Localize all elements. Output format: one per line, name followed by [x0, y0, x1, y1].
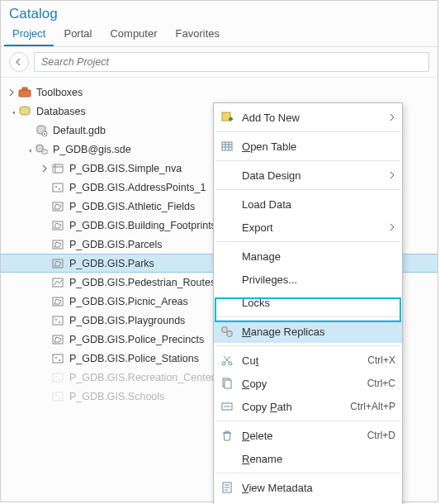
- separator: [215, 473, 400, 473]
- shortcut: Ctrl+X: [367, 354, 395, 366]
- ctx-label: Add To New: [242, 112, 382, 124]
- copy-icon: [219, 375, 235, 392]
- scissors-icon: [219, 352, 235, 368]
- svg-point-7: [43, 150, 44, 151]
- ctx-label: Export: [242, 221, 382, 234]
- caret-down-icon[interactable]: [6, 106, 17, 117]
- add-map-icon: [219, 109, 235, 126]
- back-button[interactable]: [9, 52, 29, 72]
- tree-label: P_GDB.GIS.Police_Precincts: [69, 334, 204, 345]
- ctx-copy-path[interactable]: Copy Path Ctrl+Alt+P: [214, 395, 402, 418]
- point-feature-icon: [50, 180, 65, 195]
- caret-right-icon[interactable]: [39, 163, 50, 174]
- tab-strip: Project Portal Computer Favorites: [1, 24, 438, 47]
- separator: [215, 131, 400, 132]
- svg-rect-9: [53, 183, 63, 192]
- ctx-label: Privileges...: [242, 273, 395, 286]
- ctx-manage-replicas[interactable]: Manage Replicas: [214, 320, 402, 343]
- ctx-edit-metadata[interactable]: Edit Metadata: [214, 499, 402, 504]
- shortcut: Ctrl+Alt+P: [350, 401, 395, 412]
- tree-label: Databases: [36, 106, 86, 117]
- ctx-manage[interactable]: Manage: [214, 245, 402, 268]
- ctx-privileges[interactable]: Privileges...: [214, 268, 402, 291]
- database-folder-icon: [17, 104, 32, 119]
- svg-point-23: [55, 357, 57, 359]
- ctx-load-data[interactable]: Load Data: [214, 193, 402, 216]
- caret-right-icon[interactable]: [6, 87, 17, 98]
- feature-dataset-icon: [50, 161, 65, 176]
- ctx-label: Rename: [242, 453, 395, 465]
- sde-connection-icon: [34, 142, 49, 157]
- ctx-label: Locks: [242, 297, 395, 309]
- tab-computer[interactable]: Computer: [102, 22, 165, 46]
- ctx-label: Data Design: [242, 169, 382, 182]
- separator: [215, 421, 400, 421]
- point-feature-icon: [50, 389, 65, 404]
- svg-point-19: [55, 319, 57, 321]
- svg-point-11: [59, 188, 60, 190]
- svg-point-29: [55, 395, 57, 397]
- ctx-export[interactable]: Export: [214, 216, 402, 239]
- ctx-label: Cut: [242, 354, 361, 367]
- svg-rect-22: [53, 354, 63, 363]
- point-feature-icon: [50, 370, 65, 385]
- tree-item-toolboxes[interactable]: Toolboxes: [1, 83, 438, 102]
- tree-label: Toolboxes: [36, 87, 83, 98]
- geodatabase-icon: [34, 123, 49, 138]
- tab-portal[interactable]: Portal: [55, 22, 100, 46]
- tab-favorites[interactable]: Favorites: [168, 22, 228, 46]
- svg-rect-6: [42, 150, 47, 154]
- caret-down-icon[interactable]: [22, 144, 34, 155]
- shortcut: Ctrl+D: [367, 430, 395, 441]
- toolbar: [1, 47, 438, 78]
- separator: [215, 241, 400, 242]
- tree-label: P_GDB.GIS.AddressPoints_1: [69, 182, 206, 193]
- chevron-right-icon: [389, 169, 395, 182]
- tree-label: P_GDB.GIS.Playgrounds: [69, 315, 185, 326]
- tree-label: P_GDB@gis.sde: [53, 144, 131, 155]
- panel-title: Catalog: [1, 1, 438, 24]
- tree-label: P_GDB.GIS.Pedestrian_Routes: [69, 277, 215, 288]
- ctx-label: Delete: [242, 430, 361, 442]
- separator: [215, 189, 400, 190]
- ctx-locks[interactable]: Locks: [214, 291, 402, 314]
- search-input[interactable]: [34, 52, 429, 72]
- context-menu: Add To New Open Table Data Design Load D…: [213, 102, 403, 504]
- svg-rect-28: [53, 392, 63, 401]
- ctx-cut[interactable]: Cut Ctrl+X: [214, 349, 402, 372]
- ctx-label: Copy Path: [242, 401, 343, 413]
- point-feature-icon: [50, 313, 65, 328]
- svg-point-20: [59, 321, 60, 323]
- ctx-open-table[interactable]: Open Table: [214, 135, 402, 158]
- ctx-delete[interactable]: Delete Ctrl+D: [214, 424, 402, 447]
- trash-icon: [219, 427, 235, 444]
- shortcut: Ctrl+C: [367, 378, 395, 389]
- separator: [215, 345, 400, 346]
- ctx-view-metadata[interactable]: View Metadata: [214, 476, 402, 499]
- svg-rect-1: [22, 88, 27, 90]
- polygon-feature-icon: [50, 218, 65, 233]
- ctx-copy[interactable]: Copy Ctrl+C: [214, 372, 402, 395]
- polygon-feature-icon: [50, 199, 65, 214]
- ctx-add-to-new[interactable]: Add To New: [214, 106, 402, 129]
- svg-rect-8: [53, 164, 63, 173]
- svg-rect-32: [222, 142, 232, 150]
- ctx-label: Load Data: [242, 198, 395, 211]
- tree-label: P_GDB.GIS.Picnic_Areas: [69, 296, 188, 307]
- ctx-data-design[interactable]: Data Design: [214, 164, 402, 187]
- point-feature-icon: [50, 351, 65, 366]
- tree-label: P_GDB.GIS.Parcels: [69, 239, 163, 250]
- ctx-label: View Metadata: [242, 482, 395, 494]
- svg-rect-16: [53, 278, 63, 287]
- tree-label: P_GDB.GIS.Parks: [69, 258, 154, 269]
- tree-label: P_GDB.GIS.Simple_nva: [69, 163, 182, 174]
- table-icon: [219, 138, 235, 155]
- polygon-feature-icon: [50, 237, 65, 252]
- replicas-icon: [219, 323, 235, 340]
- line-feature-icon: [50, 275, 65, 290]
- tree-label: P_GDB.GIS.Schools: [69, 391, 164, 402]
- ctx-label: Copy: [242, 378, 361, 390]
- ctx-rename[interactable]: Rename: [214, 447, 402, 470]
- tab-project[interactable]: Project: [4, 22, 54, 46]
- arrow-left-icon: [14, 57, 24, 67]
